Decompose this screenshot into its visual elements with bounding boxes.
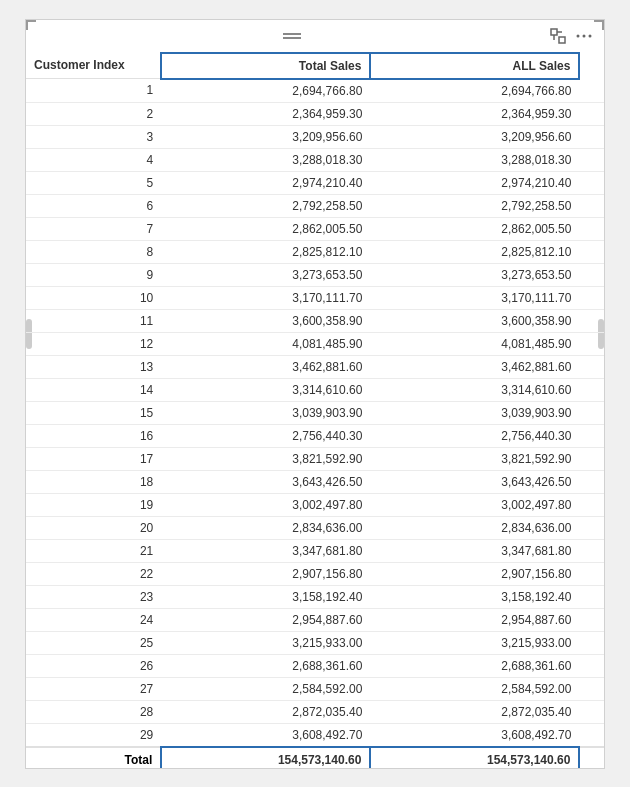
cell-total-sales: 4,081,485.90 <box>161 332 370 355</box>
cell-index: 19 <box>26 493 161 516</box>
cell-all-sales: 2,688,361.60 <box>370 654 579 677</box>
cell-total-sales: 3,002,497.80 <box>161 493 370 516</box>
data-table-panel: Customer Index Total Sales ALL Sales 1 2… <box>25 19 605 769</box>
table-header-row: Customer Index Total Sales ALL Sales <box>26 53 604 79</box>
cell-total-sales: 2,364,959.30 <box>161 102 370 125</box>
table-row: 17 3,821,592.90 3,821,592.90 <box>26 447 604 470</box>
footer-total-sales: 154,573,140.60 <box>161 747 370 768</box>
cell-total-sales: 2,834,636.00 <box>161 516 370 539</box>
table-row: 18 3,643,426.50 3,643,426.50 <box>26 470 604 493</box>
table-row: 4 3,288,018.30 3,288,018.30 <box>26 148 604 171</box>
cell-total-sales: 3,158,192.40 <box>161 585 370 608</box>
table-row: 19 3,002,497.80 3,002,497.80 <box>26 493 604 516</box>
table-row: 6 2,792,258.50 2,792,258.50 <box>26 194 604 217</box>
cell-all-sales: 4,081,485.90 <box>370 332 579 355</box>
more-options-icon[interactable] <box>574 26 594 46</box>
table-row: 25 3,215,933.00 3,215,933.00 <box>26 631 604 654</box>
cell-all-sales: 3,314,610.60 <box>370 378 579 401</box>
cell-index: 7 <box>26 217 161 240</box>
cell-index: 3 <box>26 125 161 148</box>
cell-total-sales: 3,039,903.90 <box>161 401 370 424</box>
cell-all-sales: 2,825,812.10 <box>370 240 579 263</box>
cell-index: 12 <box>26 332 161 355</box>
expand-icon[interactable] <box>548 26 568 46</box>
cell-total-sales: 3,209,956.60 <box>161 125 370 148</box>
table-row: 12 4,081,485.90 4,081,485.90 <box>26 332 604 355</box>
cell-all-sales: 2,756,440.30 <box>370 424 579 447</box>
cell-all-sales: 3,643,426.50 <box>370 470 579 493</box>
cell-total-sales: 2,825,812.10 <box>161 240 370 263</box>
cell-total-sales: 3,608,492.70 <box>161 723 370 747</box>
column-header-all-sales[interactable]: ALL Sales <box>370 53 579 79</box>
cell-total-sales: 2,907,156.80 <box>161 562 370 585</box>
table-row: 14 3,314,610.60 3,314,610.60 <box>26 378 604 401</box>
table-scroll[interactable]: Customer Index Total Sales ALL Sales 1 2… <box>26 52 604 768</box>
table-footer-row: Total 154,573,140.60 154,573,140.60 <box>26 747 604 768</box>
cell-total-sales: 3,170,111.70 <box>161 286 370 309</box>
cell-total-sales: 2,584,592.00 <box>161 677 370 700</box>
table-row: 29 3,608,492.70 3,608,492.70 <box>26 723 604 747</box>
cell-total-sales: 3,288,018.30 <box>161 148 370 171</box>
svg-rect-0 <box>551 29 557 35</box>
table-row: 7 2,862,005.50 2,862,005.50 <box>26 217 604 240</box>
cell-total-sales: 2,974,210.40 <box>161 171 370 194</box>
cell-all-sales: 2,872,035.40 <box>370 700 579 723</box>
cell-total-sales: 3,462,881.60 <box>161 355 370 378</box>
cell-total-sales: 2,954,887.60 <box>161 608 370 631</box>
corner-bracket-tr <box>594 20 604 30</box>
svg-point-6 <box>589 34 592 37</box>
column-header-total-sales[interactable]: Total Sales <box>161 53 370 79</box>
cell-index: 22 <box>26 562 161 585</box>
table-row: 23 3,158,192.40 3,158,192.40 <box>26 585 604 608</box>
table-row: 20 2,834,636.00 2,834,636.00 <box>26 516 604 539</box>
drag-handle[interactable] <box>283 33 301 39</box>
cell-total-sales: 3,347,681.80 <box>161 539 370 562</box>
corner-bracket-tl <box>26 20 36 30</box>
cell-index: 27 <box>26 677 161 700</box>
table-row: 8 2,825,812.10 2,825,812.10 <box>26 240 604 263</box>
table-row: 9 3,273,653.50 3,273,653.50 <box>26 263 604 286</box>
table-row: 1 2,694,766.80 2,694,766.80 <box>26 79 604 103</box>
cell-index: 10 <box>26 286 161 309</box>
cell-index: 15 <box>26 401 161 424</box>
table-row: 3 3,209,956.60 3,209,956.60 <box>26 125 604 148</box>
cell-all-sales: 3,158,192.40 <box>370 585 579 608</box>
table-row: 16 2,756,440.30 2,756,440.30 <box>26 424 604 447</box>
table-row: 27 2,584,592.00 2,584,592.00 <box>26 677 604 700</box>
cell-all-sales: 2,694,766.80 <box>370 79 579 103</box>
cell-index: 24 <box>26 608 161 631</box>
cell-index: 9 <box>26 263 161 286</box>
toolbar <box>26 20 604 52</box>
cell-all-sales: 2,954,887.60 <box>370 608 579 631</box>
table-row: 10 3,170,111.70 3,170,111.70 <box>26 286 604 309</box>
cell-index: 23 <box>26 585 161 608</box>
cell-index: 5 <box>26 171 161 194</box>
cell-all-sales: 3,288,018.30 <box>370 148 579 171</box>
cell-total-sales: 3,821,592.90 <box>161 447 370 470</box>
cell-all-sales: 2,862,005.50 <box>370 217 579 240</box>
cell-index: 25 <box>26 631 161 654</box>
table-row: 22 2,907,156.80 2,907,156.80 <box>26 562 604 585</box>
cell-total-sales: 2,792,258.50 <box>161 194 370 217</box>
cell-all-sales: 3,347,681.80 <box>370 539 579 562</box>
svg-rect-1 <box>559 37 565 43</box>
cell-index: 16 <box>26 424 161 447</box>
svg-point-5 <box>583 34 586 37</box>
column-header-customer-index[interactable]: Customer Index <box>26 53 161 79</box>
cell-all-sales: 3,608,492.70 <box>370 723 579 747</box>
cell-index: 18 <box>26 470 161 493</box>
footer-label: Total <box>26 747 161 768</box>
cell-index: 6 <box>26 194 161 217</box>
table-row: 15 3,039,903.90 3,039,903.90 <box>26 401 604 424</box>
cell-total-sales: 2,862,005.50 <box>161 217 370 240</box>
cell-all-sales: 3,821,592.90 <box>370 447 579 470</box>
cell-total-sales: 2,872,035.40 <box>161 700 370 723</box>
table-row: 5 2,974,210.40 2,974,210.40 <box>26 171 604 194</box>
footer-all-sales: 154,573,140.60 <box>370 747 579 768</box>
cell-total-sales: 2,694,766.80 <box>161 79 370 103</box>
svg-point-4 <box>577 34 580 37</box>
cell-index: 26 <box>26 654 161 677</box>
cell-total-sales: 3,273,653.50 <box>161 263 370 286</box>
cell-total-sales: 3,215,933.00 <box>161 631 370 654</box>
cell-index: 13 <box>26 355 161 378</box>
